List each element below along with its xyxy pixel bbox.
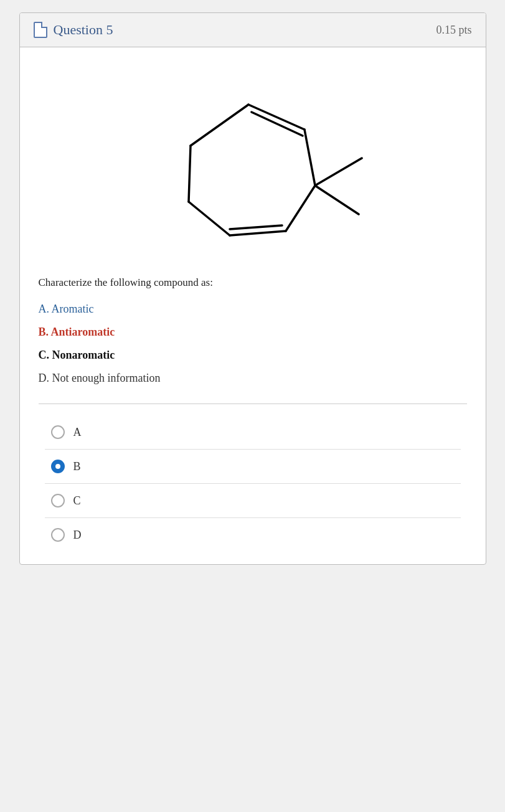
question-body: Characterize the following compound as: … bbox=[20, 47, 486, 564]
radio-label-d: D bbox=[73, 529, 82, 542]
svg-line-7 bbox=[189, 202, 230, 235]
radio-d[interactable] bbox=[51, 528, 65, 542]
question-header: Question 5 0.15 pts bbox=[20, 13, 486, 47]
radio-options: A B C D bbox=[39, 415, 467, 552]
radio-label-b: B bbox=[73, 460, 81, 473]
svg-line-8 bbox=[189, 146, 191, 202]
choice-c: C. Nonaromatic bbox=[39, 349, 467, 362]
header-left: Question 5 bbox=[34, 22, 113, 38]
radio-label-c: C bbox=[73, 494, 81, 507]
svg-line-5 bbox=[230, 231, 286, 235]
radio-b[interactable] bbox=[51, 460, 65, 473]
divider bbox=[39, 404, 467, 404]
radio-row-d[interactable]: D bbox=[45, 518, 461, 552]
svg-line-2 bbox=[252, 112, 303, 136]
svg-line-9 bbox=[315, 158, 362, 186]
choice-a: A. Aromatic bbox=[39, 303, 467, 316]
svg-line-3 bbox=[304, 130, 315, 186]
radio-a[interactable] bbox=[51, 425, 65, 439]
svg-line-6 bbox=[230, 225, 282, 229]
question-title: Question 5 bbox=[54, 22, 113, 38]
molecule-diagram bbox=[39, 66, 467, 259]
molecule-svg bbox=[138, 66, 368, 259]
svg-line-10 bbox=[315, 186, 359, 214]
question-points: 0.15 pts bbox=[436, 24, 471, 37]
question-card: Question 5 0.15 pts bbox=[19, 12, 486, 565]
answer-choices: A. Aromatic B. Antiaromatic C. Nonaromat… bbox=[39, 303, 467, 385]
svg-line-0 bbox=[191, 105, 248, 146]
choice-d: D. Not enough information bbox=[39, 372, 467, 385]
svg-line-1 bbox=[248, 105, 304, 130]
radio-c[interactable] bbox=[51, 494, 65, 507]
svg-line-4 bbox=[286, 186, 315, 231]
radio-row-c[interactable]: C bbox=[45, 484, 461, 518]
page-icon bbox=[34, 22, 47, 38]
radio-row-b[interactable]: B bbox=[45, 450, 461, 484]
radio-label-a: A bbox=[73, 426, 82, 439]
choice-b: B. Antiaromatic bbox=[39, 326, 467, 339]
question-text: Characterize the following compound as: bbox=[39, 276, 467, 289]
radio-row-a[interactable]: A bbox=[45, 415, 461, 450]
